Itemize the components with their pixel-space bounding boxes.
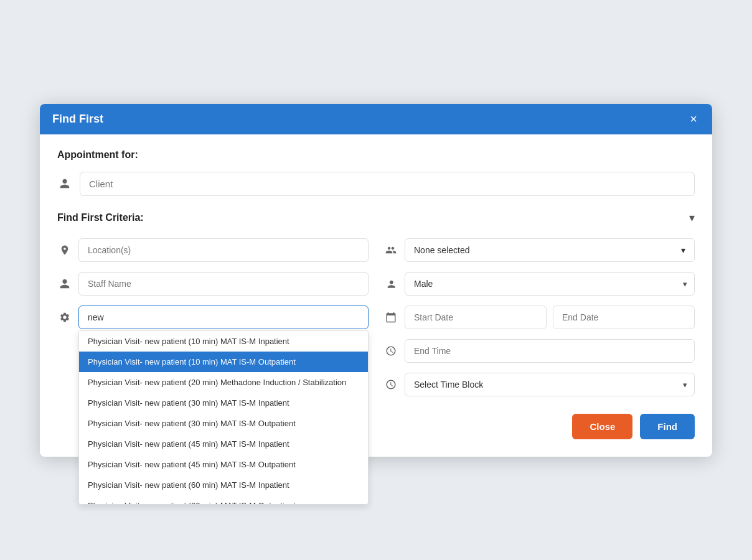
- none-selected-label: None selected: [414, 245, 470, 255]
- modal-title: Find First: [52, 113, 103, 126]
- gender-select[interactable]: Male Female Other: [405, 272, 695, 296]
- staff-icon: [57, 278, 72, 289]
- end-time-row: [383, 339, 695, 363]
- staff-name-row: [57, 272, 369, 296]
- gender-select-wrapper: Male Female Other ▾: [405, 272, 695, 296]
- modal-body: Appointment for: Find First Criteria: ▾: [40, 134, 712, 457]
- appointment-type-container: Physician Visit- new patient (10 min) MA…: [57, 306, 369, 329]
- right-column: None selected ▾ Male Female Other: [383, 238, 695, 396]
- date-range-row: [383, 306, 695, 329]
- time-block-row: Select Time Block ▾: [383, 373, 695, 396]
- appointment-type-row: [57, 306, 369, 329]
- list-item[interactable]: Physician Visit- new patient (60 min) MA…: [79, 475, 368, 495]
- end-date-input[interactable]: [553, 306, 695, 329]
- staff-name-input[interactable]: [78, 272, 369, 296]
- appointment-type-input[interactable]: [78, 306, 369, 329]
- appointment-for-label: Appointment for:: [57, 149, 695, 161]
- location-icon: [57, 245, 72, 256]
- criteria-label: Find First Criteria:: [57, 212, 144, 223]
- modal: Find First × Appointment for: Find First…: [40, 104, 712, 457]
- client-row: [57, 172, 695, 196]
- end-time-input[interactable]: [405, 339, 695, 363]
- modal-close-button[interactable]: ×: [687, 113, 700, 125]
- appointment-type-dropdown: Physician Visit- new patient (10 min) MA…: [78, 330, 369, 505]
- client-input[interactable]: [80, 172, 695, 196]
- location-input[interactable]: [78, 238, 369, 262]
- criteria-form: Physician Visit- new patient (10 min) MA…: [57, 238, 695, 396]
- location-row: [57, 238, 369, 262]
- close-button[interactable]: Close: [572, 414, 632, 439]
- gender-icon: [383, 278, 398, 289]
- none-selected-chevron: ▾: [681, 245, 685, 255]
- start-date-input[interactable]: [405, 306, 547, 329]
- criteria-header[interactable]: Find First Criteria: ▾: [57, 211, 695, 225]
- time-block-select[interactable]: Select Time Block: [405, 373, 695, 396]
- list-item[interactable]: Physician Visit- new patient (10 min) MA…: [79, 352, 368, 372]
- list-item[interactable]: Physician Visit- new patient (30 min) MA…: [79, 413, 368, 434]
- client-icon: [57, 178, 72, 189]
- chevron-down-icon: ▾: [689, 211, 695, 225]
- left-column: Physician Visit- new patient (10 min) MA…: [57, 238, 369, 329]
- time-block-select-wrapper: Select Time Block ▾: [405, 373, 695, 396]
- modal-header: Find First ×: [40, 104, 712, 134]
- find-button[interactable]: Find: [640, 414, 695, 439]
- list-item[interactable]: Physician Visit- new patient (45 min) MA…: [79, 434, 368, 454]
- clock-icon: [383, 345, 398, 357]
- time-block-icon: [383, 379, 398, 390]
- group-icon: [383, 245, 398, 256]
- none-selected-row: None selected ▾: [383, 238, 695, 262]
- list-item[interactable]: Physician Visit- new patient (60 min) MA…: [79, 495, 368, 505]
- list-item[interactable]: Physician Visit- new patient (30 min) MA…: [79, 393, 368, 413]
- list-item[interactable]: Physician Visit- new patient (45 min) MA…: [79, 454, 368, 475]
- gender-row: Male Female Other ▾: [383, 272, 695, 296]
- list-item[interactable]: Physician Visit- new patient (10 min) MA…: [79, 331, 368, 352]
- calendar-icon: [383, 312, 398, 323]
- list-item[interactable]: Physician Visit- new patient (20 min) Me…: [79, 372, 368, 393]
- appointment-type-icon: [57, 312, 72, 323]
- none-selected-button[interactable]: None selected ▾: [405, 238, 695, 262]
